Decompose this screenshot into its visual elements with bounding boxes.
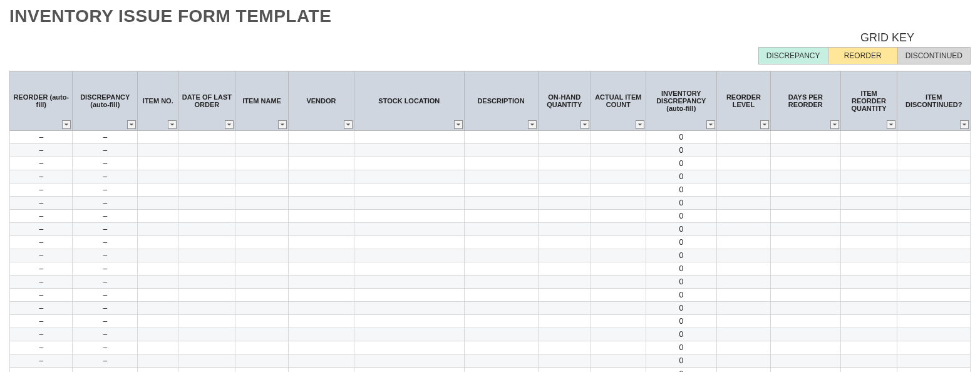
cell-description[interactable]	[464, 157, 538, 170]
cell-actual_item_count[interactable]	[591, 368, 646, 373]
cell-date_last_order[interactable]	[178, 276, 235, 289]
cell-actual_item_count[interactable]	[591, 210, 646, 223]
cell-on_hand_qty[interactable]	[538, 183, 591, 197]
cell-item_discontinued[interactable]	[897, 197, 971, 210]
cell-item_name[interactable]	[235, 289, 289, 302]
cell-item_name[interactable]	[235, 368, 289, 373]
cell-on_hand_qty[interactable]	[538, 131, 591, 144]
cell-item_name[interactable]	[235, 157, 289, 170]
cell-actual_item_count[interactable]	[591, 236, 646, 249]
cell-inv_discrepancy[interactable]: 0	[646, 249, 716, 262]
cell-reorder_level[interactable]	[716, 131, 770, 144]
cell-item_name[interactable]	[235, 236, 289, 249]
cell-discrepancy_autofill[interactable]: –	[73, 236, 138, 249]
cell-vendor[interactable]	[288, 249, 354, 262]
cell-date_last_order[interactable]	[178, 289, 235, 302]
cell-reorder_autofill[interactable]: –	[10, 236, 73, 249]
cell-actual_item_count[interactable]	[591, 341, 646, 354]
cell-discrepancy_autofill[interactable]: –	[73, 302, 138, 315]
cell-days_per_reorder[interactable]	[770, 249, 840, 262]
cell-item_reorder_qty[interactable]	[840, 315, 897, 328]
cell-reorder_level[interactable]	[716, 315, 770, 328]
cell-item_name[interactable]	[235, 170, 289, 183]
cell-item_name[interactable]	[235, 144, 289, 157]
cell-reorder_autofill[interactable]: –	[10, 354, 73, 368]
cell-date_last_order[interactable]	[178, 341, 235, 354]
cell-on_hand_qty[interactable]	[538, 328, 591, 341]
cell-reorder_level[interactable]	[716, 328, 770, 341]
cell-item_name[interactable]	[235, 197, 289, 210]
cell-reorder_level[interactable]	[716, 276, 770, 289]
filter-dropdown-icon[interactable]	[580, 120, 589, 129]
cell-actual_item_count[interactable]	[591, 197, 646, 210]
cell-reorder_level[interactable]	[716, 302, 770, 315]
cell-item_discontinued[interactable]	[897, 131, 971, 144]
cell-on_hand_qty[interactable]	[538, 157, 591, 170]
cell-item_no[interactable]	[138, 302, 178, 315]
cell-vendor[interactable]	[288, 170, 354, 183]
filter-dropdown-icon[interactable]	[636, 120, 644, 129]
cell-description[interactable]	[464, 210, 538, 223]
cell-inv_discrepancy[interactable]: 0	[646, 328, 716, 341]
cell-inv_discrepancy[interactable]: 0	[646, 144, 716, 157]
cell-reorder_level[interactable]	[716, 341, 770, 354]
cell-item_discontinued[interactable]	[897, 144, 971, 157]
cell-item_no[interactable]	[138, 315, 178, 328]
cell-reorder_level[interactable]	[716, 170, 770, 183]
cell-actual_item_count[interactable]	[591, 315, 646, 328]
cell-item_discontinued[interactable]	[897, 210, 971, 223]
cell-description[interactable]	[464, 144, 538, 157]
cell-stock_location[interactable]	[354, 144, 464, 157]
cell-on_hand_qty[interactable]	[538, 210, 591, 223]
cell-item_reorder_qty[interactable]	[840, 289, 897, 302]
cell-actual_item_count[interactable]	[591, 183, 646, 197]
cell-item_discontinued[interactable]	[897, 223, 971, 236]
cell-item_no[interactable]	[138, 131, 178, 144]
cell-item_name[interactable]	[235, 183, 289, 197]
cell-item_name[interactable]	[235, 131, 289, 144]
cell-inv_discrepancy[interactable]: 0	[646, 183, 716, 197]
cell-discrepancy_autofill[interactable]: –	[73, 368, 138, 373]
cell-reorder_autofill[interactable]: –	[10, 289, 73, 302]
cell-item_discontinued[interactable]	[897, 170, 971, 183]
cell-item_no[interactable]	[138, 262, 178, 276]
cell-stock_location[interactable]	[354, 262, 464, 276]
cell-reorder_level[interactable]	[716, 289, 770, 302]
cell-on_hand_qty[interactable]	[538, 276, 591, 289]
cell-on_hand_qty[interactable]	[538, 262, 591, 276]
cell-inv_discrepancy[interactable]: 0	[646, 236, 716, 249]
cell-date_last_order[interactable]	[178, 315, 235, 328]
cell-discrepancy_autofill[interactable]: –	[73, 210, 138, 223]
cell-inv_discrepancy[interactable]: 0	[646, 170, 716, 183]
cell-stock_location[interactable]	[354, 328, 464, 341]
cell-reorder_level[interactable]	[716, 354, 770, 368]
cell-vendor[interactable]	[288, 276, 354, 289]
cell-actual_item_count[interactable]	[591, 170, 646, 183]
cell-date_last_order[interactable]	[178, 183, 235, 197]
filter-dropdown-icon[interactable]	[278, 120, 287, 129]
cell-item_no[interactable]	[138, 289, 178, 302]
filter-dropdown-icon[interactable]	[454, 120, 463, 129]
cell-actual_item_count[interactable]	[591, 289, 646, 302]
cell-description[interactable]	[464, 302, 538, 315]
cell-days_per_reorder[interactable]	[770, 262, 840, 276]
cell-item_discontinued[interactable]	[897, 341, 971, 354]
cell-discrepancy_autofill[interactable]: –	[73, 315, 138, 328]
cell-item_name[interactable]	[235, 223, 289, 236]
cell-stock_location[interactable]	[354, 302, 464, 315]
cell-item_discontinued[interactable]	[897, 236, 971, 249]
cell-vendor[interactable]	[288, 131, 354, 144]
cell-reorder_level[interactable]	[716, 210, 770, 223]
cell-reorder_level[interactable]	[716, 197, 770, 210]
cell-item_discontinued[interactable]	[897, 262, 971, 276]
cell-stock_location[interactable]	[354, 249, 464, 262]
cell-description[interactable]	[464, 368, 538, 373]
cell-inv_discrepancy[interactable]: 0	[646, 315, 716, 328]
cell-vendor[interactable]	[288, 210, 354, 223]
cell-item_discontinued[interactable]	[897, 276, 971, 289]
cell-reorder_autofill[interactable]: –	[10, 210, 73, 223]
cell-date_last_order[interactable]	[178, 236, 235, 249]
cell-item_name[interactable]	[235, 341, 289, 354]
cell-description[interactable]	[464, 183, 538, 197]
cell-vendor[interactable]	[288, 236, 354, 249]
